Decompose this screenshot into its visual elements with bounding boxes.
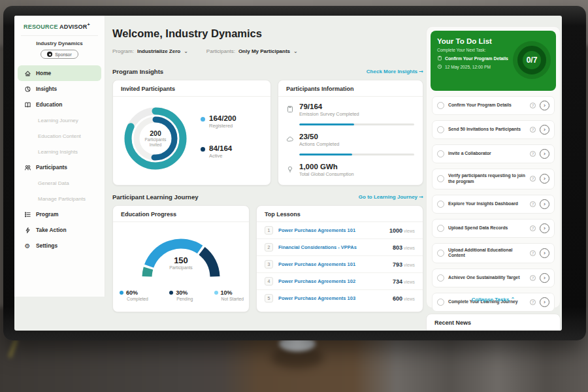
- checkbox[interactable]: [437, 126, 444, 133]
- sidebar-item-take-action[interactable]: Take Action: [14, 222, 105, 238]
- rank-badge: 3: [265, 260, 273, 269]
- chevron-right-icon[interactable]: ›: [540, 125, 549, 135]
- participants-icon: [24, 163, 31, 171]
- sidebar-item-program[interactable]: Program: [14, 206, 105, 222]
- legend-pending: 30% Pending: [169, 289, 193, 301]
- info-icon[interactable]: ?: [530, 103, 536, 108]
- info-icon[interactable]: ?: [530, 275, 536, 281]
- chevron-right-icon[interactable]: ›: [540, 174, 549, 184]
- sidebar-item-manage-participants[interactable]: Manage Participants: [14, 191, 105, 206]
- consumption-bulb-icon: [286, 165, 294, 173]
- lesson-row: 5 Power Purchase Agreements 103 600views: [257, 290, 423, 306]
- rank-badge: 4: [265, 277, 273, 286]
- arrow-right-icon: →: [419, 194, 423, 200]
- chevron-right-icon[interactable]: ›: [540, 248, 549, 258]
- rank-badge: 2: [265, 243, 273, 252]
- sidebar: RESOURCE ADVISOR+ Industry Dynamics Spon…: [14, 16, 105, 297]
- main-content: Welcome, Industry Dynamics Program: Indu…: [112, 16, 423, 331]
- task-row[interactable]: Achieve One Sustainability Target ? ›: [432, 269, 555, 287]
- invited-participants-card: Invited Participants 200 Participants In…: [112, 80, 271, 186]
- photo-stage: RESOURCE ADVISOR+ Industry Dynamics Spon…: [0, 0, 588, 392]
- lesson-link[interactable]: Power Purchase Agreements 102: [278, 278, 387, 284]
- todo-panel: Your To Do List Complete Your Next Task:…: [426, 26, 561, 308]
- insights-icon: [24, 85, 31, 93]
- task-row[interactable]: Send 50 Invitations to Participants ? ›: [432, 120, 555, 139]
- info-icon[interactable]: ?: [530, 151, 536, 157]
- task-row[interactable]: Upload Spend Data Records ? ›: [432, 219, 555, 238]
- sponsor-icon: [47, 52, 52, 57]
- participants-filter-dropdown[interactable]: Participants: Only My Participants ⌄: [206, 48, 298, 54]
- legend-completed: 60% Completed: [120, 289, 148, 301]
- lesson-link[interactable]: Power Purchase Agreements 103: [278, 295, 387, 301]
- sidebar-item-participants[interactable]: Participants: [14, 159, 105, 175]
- registered-dot-icon: [201, 117, 205, 122]
- lesson-link[interactable]: Financial Considerations - VPPAs: [278, 244, 387, 250]
- gauge-legend: 60% Completed 30% Pending 10% Not Starte…: [120, 289, 244, 301]
- take-action-icon: [24, 226, 31, 234]
- learning-journey-header: Participant Learning Journey Go to Learn…: [112, 193, 423, 201]
- sidebar-item-insights[interactable]: Insights: [14, 81, 105, 97]
- task-row[interactable]: Verify participants requesting to join t…: [432, 169, 555, 189]
- checkbox[interactable]: [437, 175, 444, 182]
- checkbox[interactable]: [437, 150, 444, 157]
- task-row[interactable]: Upload Additional Educational Content ? …: [432, 243, 555, 264]
- info-icon[interactable]: ?: [530, 225, 536, 231]
- info-icon[interactable]: ?: [530, 201, 536, 207]
- sidebar-item-education-content[interactable]: Education Content: [14, 128, 105, 144]
- page-title: Welcome, Industry Dynamics: [112, 27, 262, 40]
- task-row[interactable]: Invite a Collaborator ? ›: [432, 144, 555, 163]
- not-started-dot-icon: [214, 291, 218, 295]
- sidebar-item-general-data[interactable]: General Data: [14, 175, 105, 191]
- check-more-insights-link[interactable]: Check More Insights →: [367, 69, 423, 74]
- go-to-learning-journey-link[interactable]: Go to Learning Journey →: [359, 194, 423, 200]
- participants-information-card: Participants Information 79/164 Emission…: [278, 80, 423, 186]
- lesson-row: 3 Power Purchase Agreements 101 793views: [257, 256, 423, 273]
- checkbox[interactable]: [437, 225, 444, 232]
- active-legend: 84/164 Active: [201, 144, 232, 159]
- org-name: Industry Dynamics: [14, 41, 105, 46]
- task-row[interactable]: Confirm Your Program Details ? ›: [432, 96, 555, 115]
- chevron-right-icon[interactable]: ›: [540, 101, 549, 110]
- checkbox[interactable]: [437, 102, 444, 109]
- recent-news-title: Recent News: [427, 314, 560, 331]
- sidebar-item-home[interactable]: Home: [18, 65, 101, 81]
- chevron-right-icon[interactable]: ›: [540, 273, 549, 283]
- lesson-row: 2 Financial Considerations - VPPAs 803vi…: [257, 239, 423, 256]
- task-row[interactable]: Explore Your Insights Dashboard ? ›: [432, 195, 555, 214]
- chevron-down-icon: ⌄: [184, 48, 188, 54]
- invited-donut-chart: 200 Participants Invited: [120, 103, 191, 174]
- program-filter-dropdown[interactable]: Program: Industrialize Zero ⌄: [112, 48, 188, 54]
- lesson-link[interactable]: Power Purchase Agreements 101: [278, 227, 384, 233]
- education-icon: [24, 101, 31, 108]
- pending-dot-icon: [169, 291, 173, 295]
- rank-badge: 5: [265, 294, 273, 302]
- program-icon: [24, 210, 31, 218]
- registered-legend: 164/200 Registered: [201, 114, 237, 129]
- chevron-right-icon[interactable]: ›: [540, 223, 549, 233]
- survey-clipboard-icon: [286, 105, 294, 113]
- info-icon[interactable]: ?: [530, 176, 536, 182]
- lesson-link[interactable]: Power Purchase Agreements 101: [278, 261, 387, 267]
- chevron-right-icon[interactable]: ›: [540, 199, 549, 209]
- chevron-right-icon[interactable]: ›: [540, 149, 549, 159]
- sidebar-item-settings[interactable]: ⚙ Settings: [14, 238, 105, 253]
- checkbox[interactable]: [437, 274, 444, 282]
- donut-center-label: 200 Participants Invited: [120, 103, 191, 174]
- actions-completed-progress: [299, 154, 414, 155]
- sidebar-item-education[interactable]: Education: [14, 97, 105, 112]
- collapse-tasks-link[interactable]: Collapse Tasks ⌃: [427, 297, 560, 302]
- actions-completed-metric: 23/50 Actions Completed: [286, 133, 339, 147]
- next-task-line: Confirm Your Program Details: [437, 56, 517, 61]
- info-icon[interactable]: ?: [530, 250, 536, 256]
- task-list: Confirm Your Program Details ? › Send 50…: [432, 96, 555, 312]
- checkbox[interactable]: [437, 250, 444, 257]
- lesson-row: 1 Power Purchase Agreements 101 1000view…: [257, 222, 423, 239]
- sidebar-item-learning-journey[interactable]: Learning Journey: [14, 112, 105, 128]
- info-icon[interactable]: ?: [530, 127, 536, 133]
- arrow-right-icon: →: [419, 69, 423, 74]
- lesson-row: 4 Power Purchase Agreements 102 734views: [257, 273, 423, 290]
- divider: [21, 35, 98, 36]
- rank-badge: 1: [265, 226, 273, 235]
- checkbox[interactable]: [437, 201, 444, 208]
- sidebar-item-learning-insights[interactable]: Learning Insights: [14, 144, 105, 159]
